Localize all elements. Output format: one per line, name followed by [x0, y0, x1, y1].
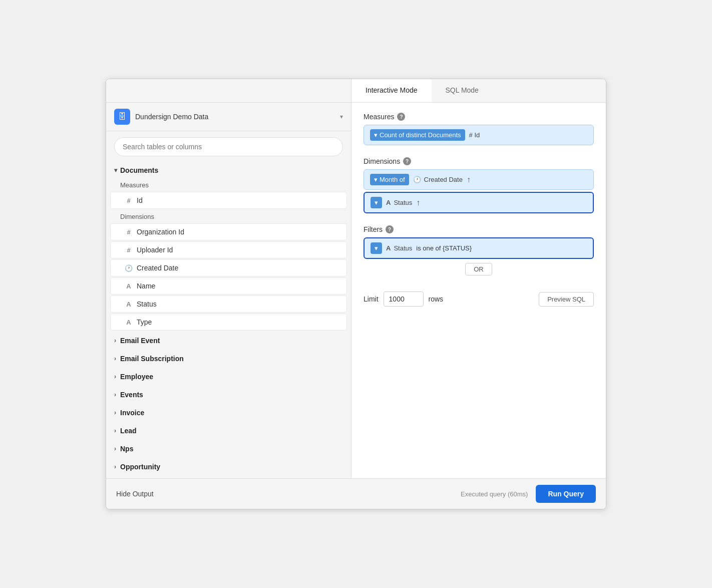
field-created-date: Created Date: [137, 264, 178, 272]
filters-help-icon[interactable]: ?: [386, 225, 394, 233]
chevron-right-icon: ›: [114, 355, 116, 362]
sidebar-header: 🗄 Dundersign Demo Data ▾: [106, 103, 351, 131]
right-panel: Measures ? ▾ Count of distinct Documents…: [351, 103, 606, 478]
dimensions-title: Dimensions ?: [364, 157, 594, 165]
documents-label: Documents: [120, 166, 158, 174]
email-subscription-label: Email Subscription: [120, 355, 184, 363]
or-button[interactable]: OR: [465, 263, 492, 275]
measures-section: Measures ? ▾ Count of distinct Documents…: [364, 113, 594, 147]
dimension-sort-1[interactable]: ↑: [467, 175, 471, 184]
list-item[interactable]: # Uploader Id: [110, 241, 347, 258]
chevron-right-icon: ›: [114, 409, 116, 416]
sidebar: 🗄 Dundersign Demo Data ▾ ▾ Documents Mea…: [106, 103, 351, 478]
dimensions-sublabel: Dimensions: [106, 210, 351, 222]
field-organization-id: Organization Id: [137, 228, 184, 236]
dimensions-help-icon[interactable]: ?: [403, 157, 411, 165]
chevron-right-icon: ›: [114, 337, 116, 344]
sidebar-item-employee[interactable]: › Employee: [106, 368, 351, 386]
dimension-dropdown-label-1: Month of: [380, 176, 405, 183]
chevron-right-icon: ›: [114, 463, 116, 470]
db-name: Dundersign Demo Data: [135, 113, 208, 121]
dimension-pill-label-2: A Status: [386, 199, 412, 206]
filters-title: Filters ?: [364, 225, 594, 233]
list-item[interactable]: A Status: [110, 296, 347, 313]
field-name: Name: [137, 282, 155, 290]
sidebar-item-email-event[interactable]: › Email Event: [106, 332, 351, 350]
text-icon: A: [125, 319, 133, 326]
text-icon-filter1: A: [386, 244, 391, 252]
measures-pill-dropdown[interactable]: ▾ Count of distinct Documents: [370, 129, 465, 141]
limit-row: Limit rows Preview SQL: [364, 291, 594, 307]
dimension-sort-2[interactable]: ↑: [416, 198, 420, 207]
db-chevron-icon[interactable]: ▾: [340, 113, 343, 120]
rows-label: rows: [429, 295, 444, 303]
measures-title: Measures ?: [364, 113, 594, 121]
tab-left-space: [106, 79, 351, 102]
clock-icon-dim1: 🕐: [413, 176, 421, 183]
nps-label: Nps: [120, 445, 133, 453]
filter-field-1: A Status: [386, 244, 412, 252]
field-id: Id: [137, 196, 143, 204]
filter-row-1[interactable]: ▾ A Status is one of {STATUS}: [364, 237, 594, 259]
tab-interactive-mode[interactable]: Interactive Mode: [351, 79, 432, 102]
sidebar-item-email-subscription[interactable]: › Email Subscription: [106, 350, 351, 368]
field-type: Type: [137, 318, 152, 326]
field-status: Status: [137, 300, 157, 308]
field-uploader-id: Uploader Id: [137, 246, 173, 254]
db-icon: 🗄: [114, 109, 130, 125]
employee-label: Employee: [120, 373, 153, 381]
tab-sql-mode[interactable]: SQL Mode: [432, 79, 493, 102]
list-item[interactable]: # Organization Id: [110, 223, 347, 240]
measures-help-icon[interactable]: ?: [397, 113, 405, 121]
list-item[interactable]: 🕐 Created Date: [110, 259, 347, 276]
filters-section: Filters ? ▾ A Status is one of {STATUS} …: [364, 225, 594, 279]
hash-icon: #: [125, 246, 133, 254]
measures-dropdown-label: Count of distinct Documents: [380, 131, 461, 139]
documents-chevron-icon: ▾: [114, 167, 117, 174]
dimension-dropdown-arrow-1: ▾: [374, 176, 378, 183]
chevron-right-icon: ›: [114, 445, 116, 452]
sidebar-content: ▾ Documents Measures # Id Dimensions # O…: [106, 162, 351, 478]
filter-dropdown-1[interactable]: ▾: [371, 242, 382, 254]
list-item[interactable]: A Name: [110, 277, 347, 295]
main-body: 🗄 Dundersign Demo Data ▾ ▾ Documents Mea…: [106, 103, 606, 478]
dimension-dropdown-arrow-2: ▾: [375, 199, 378, 206]
hide-output-button[interactable]: Hide Output: [116, 490, 154, 498]
app-container: Interactive Mode SQL Mode 🗄 Dundersign D…: [106, 79, 606, 509]
dimension-pill-label-1: 🕐 Created Date: [413, 176, 463, 183]
chevron-right-icon: ›: [114, 373, 116, 380]
limit-input[interactable]: [384, 291, 424, 307]
measures-pill-tag: # Id: [469, 131, 480, 139]
sidebar-item-nps[interactable]: › Nps: [106, 440, 351, 458]
sidebar-item-documents[interactable]: ▾ Documents: [106, 162, 351, 178]
hash-icon: #: [125, 197, 133, 204]
sidebar-item-events[interactable]: › Events: [106, 386, 351, 404]
dimension-dropdown-2[interactable]: ▾: [371, 197, 382, 208]
dimension-dropdown-1[interactable]: ▾ Month of: [370, 174, 409, 185]
dimensions-section: Dimensions ? ▾ Month of 🕐 Created Date ↑: [364, 157, 594, 215]
chevron-right-icon: ›: [114, 391, 116, 398]
lead-label: Lead: [120, 427, 137, 435]
events-label: Events: [120, 391, 143, 399]
clock-icon: 🕐: [125, 264, 133, 272]
dimension-pill-1[interactable]: ▾ Month of 🕐 Created Date ↑: [364, 169, 594, 190]
dimension-pill-2[interactable]: ▾ A Status ↑: [364, 192, 594, 213]
query-info: Executed query (60ms): [461, 490, 528, 498]
preview-sql-button[interactable]: Preview SQL: [539, 292, 594, 307]
measures-pill[interactable]: ▾ Count of distinct Documents # Id: [364, 125, 594, 145]
sidebar-item-invoice[interactable]: › Invoice: [106, 404, 351, 422]
measures-dropdown-arrow: ▾: [374, 131, 378, 139]
sidebar-item-opportunity[interactable]: › Opportunity: [106, 458, 351, 476]
list-item[interactable]: A Type: [110, 314, 347, 331]
chevron-right-icon: ›: [114, 427, 116, 434]
sidebar-item-lead[interactable]: › Lead: [106, 422, 351, 440]
limit-label: Limit: [364, 295, 379, 303]
list-item[interactable]: # Id: [110, 192, 347, 209]
search-input[interactable]: [114, 137, 343, 156]
run-query-button[interactable]: Run Query: [536, 485, 596, 503]
text-icon: A: [125, 282, 133, 290]
text-icon: A: [125, 301, 133, 308]
filter-dropdown-arrow-1: ▾: [375, 244, 378, 252]
hash-icon: #: [125, 228, 133, 236]
top-tabs: Interactive Mode SQL Mode: [106, 79, 606, 103]
